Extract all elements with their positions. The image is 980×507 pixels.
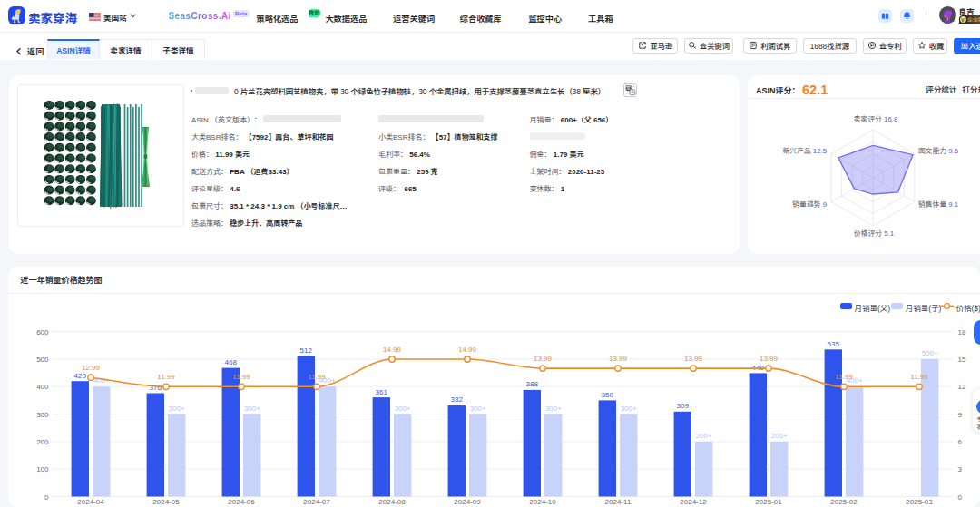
svg-text:468: 468	[225, 358, 238, 366]
svg-text:309: 309	[677, 402, 690, 410]
svg-text:300+: 300+	[244, 405, 260, 413]
svg-text:100: 100	[36, 465, 49, 473]
svg-text:376: 376	[150, 384, 162, 392]
svg-text:销量趋势 9: 销量趋势 9	[792, 200, 827, 209]
svg-text:2024-06: 2024-06	[228, 498, 255, 506]
svg-text:14.99: 14.99	[458, 346, 477, 354]
svg-text:2024-12: 2024-12	[680, 498, 707, 506]
svg-text:0: 0	[44, 493, 49, 502]
svg-text:12.99: 12.99	[82, 364, 101, 372]
svg-text:卖家评分 16.8: 卖家评分 16.8	[854, 115, 898, 123]
svg-text:价格评分 5.1: 价格评分 5.1	[854, 229, 894, 238]
svg-text:400: 400	[36, 383, 49, 391]
svg-text:500: 500	[36, 356, 49, 364]
svg-text:11.99: 11.99	[232, 373, 250, 381]
svg-text:15: 15	[958, 356, 966, 364]
svg-text:2024-09: 2024-09	[454, 498, 481, 506]
svg-text:300+: 300+	[621, 405, 637, 413]
svg-text:2024-11: 2024-11	[605, 498, 632, 506]
svg-text:13.99: 13.99	[684, 355, 703, 363]
svg-text:新兴产品 12.5: 新兴产品 12.5	[782, 147, 827, 155]
svg-text:销售体量 9.1: 销售体量 9.1	[918, 200, 958, 209]
svg-text:A: A	[631, 89, 634, 94]
svg-text:300+: 300+	[169, 405, 185, 413]
svg-text:300+: 300+	[395, 405, 411, 413]
svg-text:332: 332	[451, 395, 464, 404]
svg-text:500+: 500+	[922, 349, 938, 357]
svg-text:13.99: 13.99	[534, 355, 553, 363]
svg-text:11.99: 11.99	[835, 373, 853, 381]
svg-text:图文能力 9.6: 图文能力 9.6	[918, 146, 958, 155]
svg-text:2024-08: 2024-08	[378, 498, 406, 506]
svg-text:300+: 300+	[545, 405, 562, 413]
svg-text:600: 600	[36, 328, 49, 336]
svg-text:18: 18	[958, 328, 966, 336]
svg-text:11.99: 11.99	[910, 373, 928, 381]
svg-text:3: 3	[958, 465, 963, 473]
svg-text:2025-03: 2025-03	[906, 498, 933, 506]
svg-text:2024-04: 2024-04	[77, 498, 104, 506]
svg-text:6: 6	[958, 438, 963, 446]
svg-text:388: 388	[526, 380, 539, 388]
svg-text:2024-05: 2024-05	[152, 498, 180, 506]
svg-text:300+: 300+	[470, 405, 486, 413]
svg-text:200+: 200+	[696, 432, 712, 440]
svg-text:2025-01: 2025-01	[755, 498, 782, 506]
svg-text:12: 12	[958, 383, 966, 391]
svg-text:13.99: 13.99	[760, 355, 779, 363]
svg-text:9: 9	[958, 411, 963, 419]
svg-text:535: 535	[828, 340, 840, 348]
svg-text:2025-02: 2025-02	[830, 498, 858, 506]
svg-text:11.99: 11.99	[308, 373, 326, 381]
svg-text:2024-10: 2024-10	[529, 498, 556, 506]
svg-text:11.99: 11.99	[157, 373, 175, 381]
svg-text:200+: 200+	[771, 432, 788, 440]
svg-text:361: 361	[376, 388, 388, 396]
svg-text:512: 512	[300, 346, 313, 355]
svg-text:14.99: 14.99	[383, 346, 402, 354]
svg-text:13.99: 13.99	[609, 355, 628, 363]
svg-text:0: 0	[958, 493, 963, 502]
svg-text:350: 350	[602, 391, 614, 399]
svg-text:2024-07: 2024-07	[303, 498, 330, 506]
svg-text:300: 300	[36, 411, 49, 419]
svg-text:420: 420	[74, 372, 87, 380]
svg-text:200: 200	[36, 438, 49, 446]
